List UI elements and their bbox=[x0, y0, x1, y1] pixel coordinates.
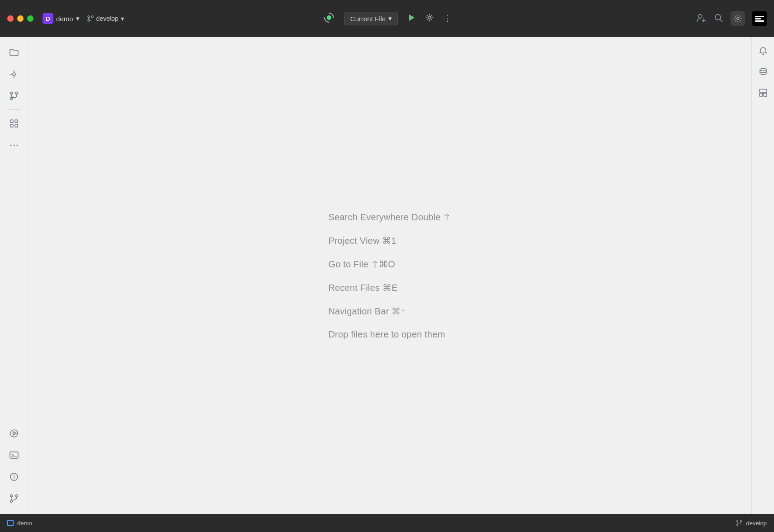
welcome-content: Search Everywhere Double ⇧ Project View … bbox=[328, 205, 451, 346]
svg-rect-23 bbox=[10, 124, 13, 127]
svg-point-2 bbox=[88, 19, 90, 21]
svg-point-35 bbox=[10, 495, 12, 497]
svg-point-26 bbox=[13, 145, 14, 146]
svg-marker-29 bbox=[13, 432, 16, 435]
status-branch-name[interactable]: develop bbox=[746, 520, 767, 527]
branch-chevron-icon: ▾ bbox=[121, 15, 124, 22]
close-button[interactable] bbox=[7, 15, 14, 22]
branch-icon bbox=[87, 15, 94, 22]
traffic-lights bbox=[7, 15, 33, 22]
statusbar: demo develop bbox=[0, 514, 774, 532]
svg-point-36 bbox=[15, 495, 18, 497]
main-layout: Search Everywhere Double ⇧ Project View … bbox=[0, 37, 774, 514]
settings-button[interactable] bbox=[731, 11, 745, 26]
svg-point-4 bbox=[327, 15, 331, 20]
svg-rect-21 bbox=[10, 120, 13, 123]
svg-rect-40 bbox=[760, 89, 767, 92]
project-view-hint: Project View ⌘1 bbox=[328, 229, 451, 252]
svg-point-45 bbox=[737, 524, 738, 526]
right-sidebar bbox=[751, 37, 774, 514]
svg-rect-41 bbox=[760, 93, 763, 96]
svg-point-13 bbox=[13, 73, 15, 76]
git-icon[interactable] bbox=[4, 489, 24, 508]
svg-point-43 bbox=[737, 521, 738, 522]
jetbrains-logo[interactable] bbox=[752, 11, 767, 26]
svg-point-6 bbox=[428, 16, 431, 19]
plugins-icon[interactable] bbox=[4, 114, 24, 133]
svg-rect-42 bbox=[764, 93, 767, 96]
search-everywhere-hint: Search Everywhere Double ⇧ bbox=[328, 205, 451, 229]
svg-point-25 bbox=[10, 145, 11, 146]
svg-point-10 bbox=[715, 14, 721, 20]
svg-point-44 bbox=[741, 521, 742, 522]
debug-button[interactable] bbox=[425, 13, 434, 24]
problems-icon[interactable] bbox=[4, 467, 24, 487]
project-chevron-icon: ▾ bbox=[76, 14, 80, 23]
drop-files-hint: Drop files here to open them bbox=[328, 323, 451, 346]
status-project-name[interactable]: demo bbox=[17, 520, 32, 527]
sidebar-divider-1 bbox=[7, 109, 21, 110]
notifications-icon[interactable] bbox=[755, 43, 772, 60]
svg-point-34 bbox=[14, 478, 14, 479]
svg-marker-5 bbox=[409, 14, 415, 21]
more-tools-icon[interactable] bbox=[4, 135, 24, 155]
maximize-button[interactable] bbox=[27, 15, 33, 22]
svg-point-17 bbox=[10, 92, 12, 95]
database-icon[interactable] bbox=[755, 63, 772, 81]
svg-point-18 bbox=[10, 98, 12, 100]
search-everywhere-button[interactable] bbox=[713, 13, 723, 25]
branch-selector[interactable]: develop ▾ bbox=[87, 15, 124, 22]
terminal-icon[interactable] bbox=[4, 445, 24, 465]
run-debug-icon[interactable] bbox=[4, 423, 24, 443]
project-icon: D bbox=[43, 13, 53, 24]
run-button[interactable] bbox=[407, 13, 416, 24]
titlebar: D demo ▾ develop ▾ Current File ▾ bbox=[0, 0, 774, 37]
titlebar-center: Current File ▾ ⋮ bbox=[323, 11, 451, 26]
svg-rect-30 bbox=[10, 452, 18, 458]
svg-point-1 bbox=[91, 16, 93, 18]
project-selector[interactable]: D demo ▾ bbox=[43, 13, 80, 24]
minimize-button[interactable] bbox=[17, 15, 24, 22]
svg-point-39 bbox=[760, 69, 766, 71]
folder-icon[interactable] bbox=[4, 43, 24, 62]
left-sidebar bbox=[0, 37, 28, 514]
svg-rect-24 bbox=[15, 124, 18, 127]
svg-point-27 bbox=[16, 145, 18, 146]
pull-request-icon[interactable] bbox=[4, 86, 24, 106]
svg-point-7 bbox=[698, 14, 702, 18]
svg-point-28 bbox=[10, 430, 18, 437]
add-user-button[interactable] bbox=[696, 13, 706, 25]
svg-point-19 bbox=[15, 92, 18, 95]
titlebar-right bbox=[696, 11, 767, 26]
svg-point-37 bbox=[10, 500, 12, 503]
status-right: develop bbox=[736, 520, 767, 527]
navigation-bar-hint: Navigation Bar ⌘↑ bbox=[328, 299, 451, 323]
project-name: demo bbox=[56, 15, 73, 23]
status-git-icon bbox=[736, 520, 742, 526]
current-file-chevron-icon: ▾ bbox=[388, 14, 392, 23]
content-area: Search Everywhere Double ⇧ Project View … bbox=[28, 37, 751, 514]
layout-icon[interactable] bbox=[755, 84, 772, 101]
status-left: demo bbox=[7, 520, 32, 527]
git-commit-icon[interactable] bbox=[4, 64, 24, 84]
recent-files-hint: Recent Files ⌘E bbox=[328, 276, 451, 299]
more-actions-button[interactable]: ⋮ bbox=[443, 14, 451, 24]
svg-line-11 bbox=[720, 19, 723, 22]
current-file-label: Current File bbox=[350, 15, 386, 23]
branch-name: develop bbox=[96, 15, 119, 22]
live-icon[interactable] bbox=[323, 11, 335, 26]
current-file-selector[interactable]: Current File ▾ bbox=[344, 12, 398, 25]
go-to-file-hint: Go to File ⇧⌘O bbox=[328, 252, 451, 276]
svg-point-12 bbox=[737, 18, 739, 20]
svg-point-32 bbox=[10, 473, 18, 480]
svg-rect-22 bbox=[15, 120, 18, 123]
status-project-icon bbox=[7, 520, 14, 526]
svg-point-0 bbox=[88, 16, 90, 18]
